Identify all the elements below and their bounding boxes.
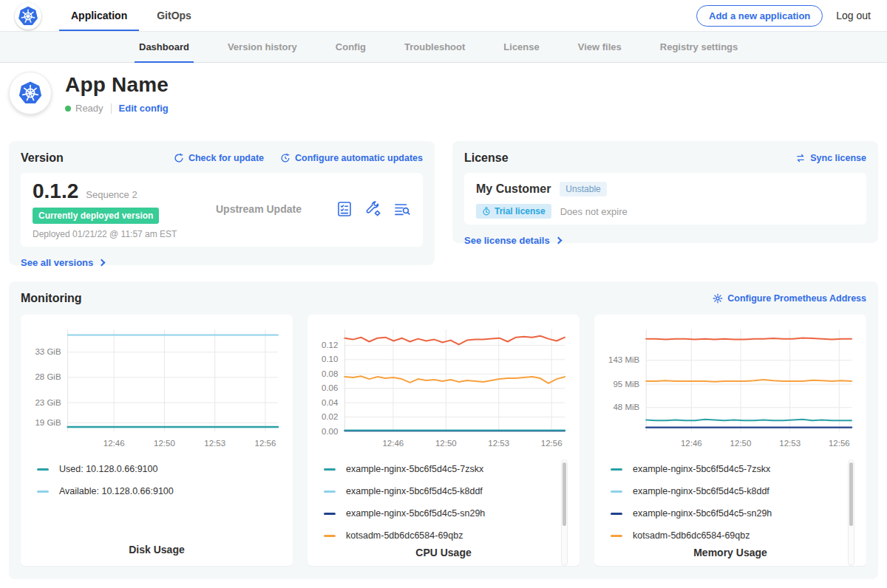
sync-arrows-icon: [795, 153, 806, 163]
legend-color-dash: [324, 535, 336, 537]
legend-label: Used: 10.128.0.66:9100: [59, 464, 157, 474]
svg-text:12:46: 12:46: [681, 439, 702, 448]
chart-title: Disk Usage: [28, 544, 285, 557]
subnav-tab-view-files[interactable]: View files: [578, 32, 622, 62]
legend-item: example-nginx-5bc6f5d4c5-sn29h: [611, 502, 840, 524]
legend-color-dash: [611, 468, 622, 471]
auto-update-clock-icon: [280, 153, 290, 163]
disk-usage-chart: 33 GiB28 GiB23 GiB19 GiB12:4612:5012:531…: [28, 324, 285, 454]
sync-license-link[interactable]: Sync license: [795, 153, 866, 163]
legend-label: kotsadm-5db6dc6584-69qbz: [633, 530, 750, 541]
subnav-tab-registry-settings[interactable]: Registry settings: [660, 32, 738, 62]
svg-text:12:50: 12:50: [154, 439, 175, 448]
svg-text:12:56: 12:56: [255, 439, 276, 448]
stopwatch-icon: [482, 207, 491, 216]
subnav-tab-config[interactable]: Config: [336, 32, 366, 62]
gear-icon: [713, 293, 723, 304]
top-nav: Application GitOps Add a new application…: [0, 0, 887, 31]
kubernetes-logo-icon[interactable]: [15, 3, 41, 30]
license-type-label: Trial license: [495, 206, 546, 216]
configure-prometheus-link[interactable]: Configure Prometheus Address: [713, 293, 866, 304]
license-expiry: Does not expire: [560, 206, 628, 217]
svg-text:0.02: 0.02: [322, 412, 338, 421]
configure-automatic-updates-link[interactable]: Configure automatic updates: [280, 153, 423, 163]
legend-scrollbar[interactable]: [848, 459, 854, 566]
cpu-usage-chart: 0.120.100.080.060.040.020.0012:4612:5012…: [315, 324, 572, 454]
legend-label: example-nginx-5bc6f5d4c5-7zskx: [633, 464, 770, 474]
version-sequence: Sequence 2: [86, 189, 137, 200]
tab-application[interactable]: Application: [68, 0, 130, 31]
tab-gitops[interactable]: GitOps: [154, 0, 194, 31]
kubernetes-helm-icon: [16, 4, 41, 29]
configure-automatic-updates-label: Configure automatic updates: [295, 153, 423, 163]
svg-text:33 GiB: 33 GiB: [35, 347, 61, 356]
tab-gitops-label: GitOps: [157, 10, 191, 21]
legend-color-dash: [611, 535, 622, 537]
license-info-row: My Customer Unstable Trial license Does …: [464, 173, 866, 225]
legend-item: example-nginx-5bc6f5d4c5-sn29h: [324, 502, 553, 524]
deployed-timestamp: Deployed 01/21/22 @ 11:57 am EST: [33, 229, 216, 239]
legend-scrollbar[interactable]: [561, 459, 568, 566]
disk-usage-legend: Used: 10.128.0.66:9100Available: 10.128.…: [28, 458, 285, 544]
legend-color-dash: [37, 490, 49, 493]
deploy-logs-icon[interactable]: [393, 200, 411, 218]
memory-usage-legend: example-nginx-5bc6f5d4c5-7zskxexample-ng…: [602, 458, 859, 547]
license-card-title: License: [464, 151, 509, 165]
subnav-tab-label: Registry settings: [660, 41, 738, 52]
edit-config-link[interactable]: Edit config: [119, 103, 169, 114]
svg-text:12:50: 12:50: [730, 439, 752, 448]
logout-link[interactable]: Log out: [836, 10, 871, 21]
chevron-right-icon: [98, 259, 106, 267]
check-for-update-link[interactable]: Check for update: [174, 153, 264, 163]
sync-license-label: Sync license: [810, 153, 866, 163]
customer-name: My Customer: [476, 182, 551, 196]
app-header: App Name Ready Edit config: [0, 63, 887, 131]
chevron-right-icon: [554, 237, 562, 245]
svg-text:28 GiB: 28 GiB: [35, 372, 61, 381]
legend-color-dash: [611, 490, 622, 493]
see-all-versions-link[interactable]: See all versions: [21, 257, 104, 268]
legend-scrollbar-thumb[interactable]: [563, 462, 566, 526]
legend-color-dash: [37, 468, 49, 471]
status-label: Ready: [75, 103, 103, 114]
release-type-label: Upstream Update: [216, 203, 336, 215]
subnav-tab-label: License: [503, 41, 539, 52]
svg-text:0.12: 0.12: [322, 341, 338, 349]
monitoring-title: Monitoring: [21, 292, 82, 305]
subnav-tab-troubleshoot[interactable]: Troubleshoot: [404, 32, 465, 62]
subnav-tab-label: Troubleshoot: [404, 41, 465, 52]
svg-text:143 MiB: 143 MiB: [608, 355, 640, 364]
config-wrench-icon[interactable]: [364, 200, 382, 218]
channel-badge: Unstable: [560, 182, 606, 196]
svg-text:12:46: 12:46: [103, 439, 125, 448]
subnav-tab-license[interactable]: License: [503, 32, 539, 62]
subnav-tab-label: View files: [578, 41, 622, 52]
legend-color-dash: [324, 513, 336, 515]
see-license-details-label: See license details: [464, 235, 550, 246]
svg-text:23 GiB: 23 GiB: [35, 398, 61, 407]
legend-item: example-nginx-5bc6f5d4c5-7zskx: [611, 458, 840, 480]
monitoring-section: Monitoring Configure Prometheus Address …: [9, 281, 878, 579]
version-card-title: Version: [21, 151, 64, 165]
subnav-tab-version-history[interactable]: Version history: [228, 32, 297, 62]
legend-item: kotsadm-5db6dc6584-69qbz: [324, 524, 553, 547]
subnav-tab-dashboard[interactable]: Dashboard: [139, 32, 189, 62]
legend-item: example-nginx-5bc6f5d4c5-7zskx: [324, 458, 553, 480]
svg-text:0.08: 0.08: [322, 369, 338, 378]
legend-item: example-nginx-5bc6f5d4c5-k8ddf: [611, 480, 840, 502]
add-application-button[interactable]: Add a new application: [696, 5, 823, 27]
legend-label: example-nginx-5bc6f5d4c5-k8ddf: [346, 486, 483, 496]
see-license-details-link[interactable]: See license details: [464, 235, 561, 246]
refresh-icon: [174, 153, 184, 163]
license-card: License Sync license My Customer Unstabl…: [452, 141, 878, 243]
legend-scrollbar-thumb[interactable]: [849, 462, 853, 526]
legend-label: example-nginx-5bc6f5d4c5-k8ddf: [633, 486, 769, 496]
legend-label: example-nginx-5bc6f5d4c5-7zskx: [346, 464, 483, 474]
preflight-checks-icon[interactable]: [336, 200, 353, 218]
legend-item: kotsadm-5db6dc6584-69qbz: [611, 524, 840, 547]
svg-text:0.00: 0.00: [322, 427, 338, 436]
svg-text:0.04: 0.04: [322, 398, 339, 407]
top-nav-tabs: Application GitOps: [68, 0, 218, 31]
legend-item: Used: 10.128.0.66:9100: [37, 458, 266, 480]
svg-text:19 GiB: 19 GiB: [35, 418, 61, 427]
